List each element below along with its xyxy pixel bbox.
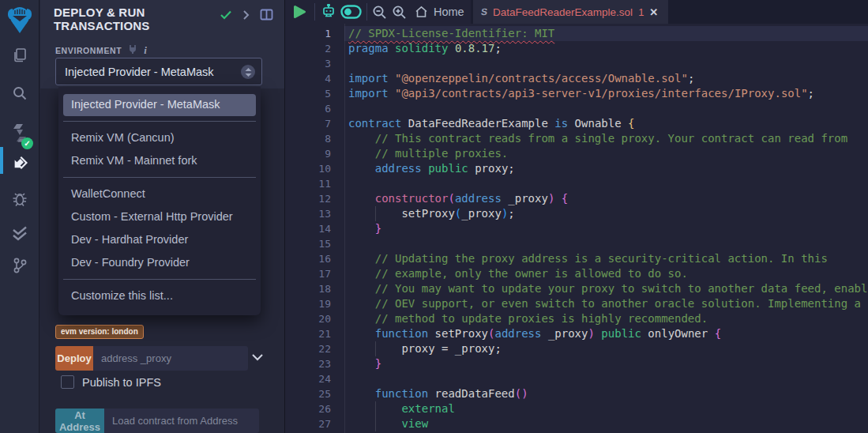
toolbar-separator <box>314 3 315 21</box>
ai-assistant-icon[interactable] <box>321 0 336 24</box>
compile-success-badge: ✓ <box>21 137 33 149</box>
at-address-input[interactable] <box>104 409 259 433</box>
line-number: 22 <box>285 341 331 356</box>
code-line[interactable] <box>348 56 868 71</box>
info-icon[interactable]: i <box>144 44 147 57</box>
line-number: 27 <box>285 416 331 431</box>
line-number: 25 <box>285 386 331 401</box>
tab-home[interactable]: Home <box>415 0 464 24</box>
code-line[interactable]: import "@api3/contracts/api3-server-v1/p… <box>348 86 868 101</box>
expand-deploy-params-icon[interactable] <box>251 350 264 364</box>
line-number: 3 <box>285 56 331 71</box>
code-line[interactable]: constructor(address _proxy) { <box>348 191 868 206</box>
deploy-input[interactable] <box>93 346 248 371</box>
environment-option[interactable]: Remix VM - Mainnet fork <box>58 149 261 172</box>
environment-option[interactable]: Dev - Hardhat Provider <box>58 228 261 251</box>
code-line[interactable] <box>348 371 868 386</box>
line-number: 15 <box>285 236 331 251</box>
line-number: 2 <box>285 41 331 56</box>
deploy-button[interactable]: Deploy <box>55 346 93 371</box>
remix-logo[interactable] <box>4 3 36 36</box>
split-view-icon[interactable] <box>260 9 273 21</box>
zoom-in-icon[interactable] <box>392 0 407 24</box>
code-line[interactable]: function readDataFeed() <box>348 386 868 401</box>
at-address-button[interactable]: At Address <box>55 409 104 433</box>
toolbar-separator <box>366 3 367 21</box>
menu-divider <box>63 279 256 280</box>
code-lines: // SPDX-License-Identifier: MITpragma so… <box>348 26 868 431</box>
code-line[interactable]: // You may want to update your proxy to … <box>348 281 868 296</box>
publish-ipfs-checkbox[interactable] <box>61 375 74 389</box>
line-number: 26 <box>285 401 331 416</box>
line-number: 12 <box>285 191 331 206</box>
code-line[interactable]: import "@openzeppelin/contracts/access/O… <box>348 71 868 86</box>
tab-title: DataFeedReaderExample.sol <box>493 6 633 18</box>
code-line[interactable]: // SPDX-License-Identifier: MIT <box>348 26 868 41</box>
code-line[interactable]: } <box>348 221 868 236</box>
environment-option[interactable]: Remix VM (Cancun) <box>58 126 261 149</box>
code-line[interactable]: proxy = _proxy; <box>348 341 868 356</box>
code-line[interactable]: // OEV support, or even switch to anothe… <box>348 296 868 311</box>
editor-toolbar: Home S DataFeedReaderExample.sol 1 ✕ <box>285 0 868 24</box>
environment-option[interactable]: WalletConnect <box>58 183 261 205</box>
line-number: 14 <box>285 221 331 236</box>
evm-version-badge: evm version: london <box>55 325 144 339</box>
debugger-icon[interactable] <box>0 185 39 213</box>
code-line[interactable]: pragma solidity 0.8.17; <box>348 41 868 56</box>
code-editor[interactable]: 1234567891011121314151617181920212223242… <box>285 24 868 433</box>
tab-strip: S DataFeedReaderExample.sol 1 ✕ <box>471 0 868 24</box>
publish-to-ipfs: Publish to IPFS <box>61 375 161 389</box>
environment-select[interactable]: Injected Provider - MetaMask <box>55 58 262 85</box>
unit-testing-icon[interactable] <box>0 220 39 248</box>
active-plugin-indicator <box>0 147 3 174</box>
code-line[interactable] <box>348 101 868 116</box>
code-line[interactable]: // example, only the owner is allowed to… <box>348 266 868 281</box>
ai-copilot-toggle[interactable] <box>340 0 362 24</box>
line-number: 18 <box>285 281 331 296</box>
code-line[interactable]: view <box>348 416 868 431</box>
line-number: 16 <box>285 251 331 266</box>
solidity-compiler-icon[interactable]: ✓ <box>0 119 39 147</box>
line-number: 1 <box>285 26 331 41</box>
line-number: 9 <box>285 146 331 161</box>
indent-guide <box>375 206 376 221</box>
code-line[interactable] <box>348 236 868 251</box>
code-line[interactable]: address public proxy; <box>348 161 868 176</box>
deploy-run-icon[interactable] <box>0 149 39 177</box>
publish-ipfs-label: Publish to IPFS <box>82 376 161 389</box>
environment-option[interactable]: Dev - Foundry Provider <box>58 251 261 274</box>
gutter: 1234567891011121314151617181920212223242… <box>285 26 331 431</box>
tab-datafeedreaderexample[interactable]: S DataFeedReaderExample.sol 1 ✕ <box>473 0 668 24</box>
code-line[interactable] <box>348 176 868 191</box>
line-number: 17 <box>285 266 331 281</box>
select-arrows-icon <box>241 65 255 79</box>
tab-error-count: 1 <box>638 6 644 18</box>
environment-option[interactable]: Custom - External Http Provider <box>58 205 261 228</box>
code-line[interactable]: setProxy(_proxy); <box>348 206 868 221</box>
environment-option[interactable]: Injected Provider - MetaMask <box>63 94 256 116</box>
file-explorer-icon[interactable] <box>0 41 39 70</box>
code-line[interactable]: // Updating the proxy address is a secur… <box>348 251 868 266</box>
git-icon[interactable] <box>0 251 39 280</box>
code-line[interactable]: // This contract reads from a single pro… <box>348 131 868 146</box>
panel-title: DEPLOY & RUN TRANSACTIONS <box>54 6 204 32</box>
tab-close-icon[interactable]: ✕ <box>649 6 658 18</box>
code-line[interactable]: // method to update proxies is highly re… <box>348 311 868 326</box>
deploy-run-panel: DEPLOY & RUN TRANSACTIONS ENVIRONMENT i … <box>40 0 284 433</box>
editor-area: Home S DataFeedReaderExample.sol 1 ✕ 123… <box>284 0 868 433</box>
code-line[interactable]: // multiple proxies. <box>348 146 868 161</box>
code-line[interactable]: contract DataFeedReaderExample is Ownabl… <box>348 116 868 131</box>
search-icon[interactable] <box>0 79 39 107</box>
code-line[interactable]: function setProxy(address _proxy) public… <box>348 326 868 341</box>
code-line[interactable]: } <box>348 356 868 371</box>
line-number: 19 <box>285 296 331 311</box>
environment-option[interactable]: Customize this list... <box>58 284 261 307</box>
zoom-out-icon[interactable] <box>372 0 387 24</box>
line-number: 6 <box>285 101 331 116</box>
plug-icon[interactable] <box>128 43 137 58</box>
line-number: 20 <box>285 311 331 326</box>
remix-ide-window: ✓ D <box>0 0 868 433</box>
code-line[interactable]: external <box>348 401 868 416</box>
chevron-right-icon[interactable] <box>242 9 250 21</box>
run-script-icon[interactable] <box>293 0 306 24</box>
